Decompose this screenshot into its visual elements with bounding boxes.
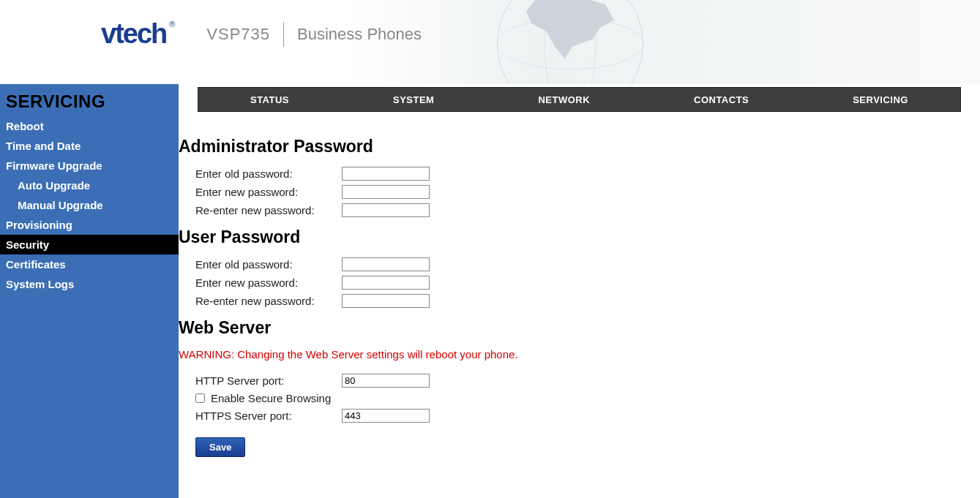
topnav: STATUS SYSTEM NETWORK CONTACTS SERVICING xyxy=(198,87,961,112)
topnav-status[interactable]: STATUS xyxy=(221,94,318,105)
globe-graphic xyxy=(497,0,673,84)
main: STATUS SYSTEM NETWORK CONTACTS SERVICING… xyxy=(179,84,980,498)
user-new-password-input[interactable] xyxy=(342,276,430,290)
https-port-row: HTTPS Server port: xyxy=(195,409,965,423)
https-port-label: HTTPS Server port: xyxy=(195,410,342,422)
section-title-web-server: Web Server xyxy=(179,318,965,338)
sidebar-title: SERVICING xyxy=(0,88,179,116)
user-old-password-input[interactable] xyxy=(342,257,430,271)
sidebar-item-reboot[interactable]: Reboot xyxy=(0,116,179,136)
admin-reenter-password-input[interactable] xyxy=(342,203,430,217)
enable-secure-checkbox[interactable] xyxy=(195,393,205,403)
admin-reenter-password-row: Re-enter new password: xyxy=(195,203,965,217)
admin-old-password-label: Enter old password: xyxy=(195,167,342,180)
topnav-contacts[interactable]: CONTACTS xyxy=(665,94,778,105)
user-new-password-label: Enter new password: xyxy=(195,276,342,289)
brand-text: vtech xyxy=(101,18,166,49)
topnav-servicing[interactable]: SERVICING xyxy=(823,94,938,105)
sidebar-item-system-logs[interactable]: System Logs xyxy=(0,274,179,294)
admin-old-password-input[interactable] xyxy=(342,167,430,181)
brand-logo: vtech® xyxy=(101,18,166,50)
sidebar-item-firmware-upgrade[interactable]: Firmware Upgrade xyxy=(0,156,179,176)
sidebar: SERVICING Reboot Time and Date Firmware … xyxy=(0,84,179,498)
user-old-password-row: Enter old password: xyxy=(195,257,965,271)
user-old-password-label: Enter old password: xyxy=(195,258,342,271)
web-server-warning: WARNING: Changing the Web Server setting… xyxy=(179,348,965,361)
sidebar-item-auto-upgrade[interactable]: Auto Upgrade xyxy=(0,176,179,195)
admin-reenter-password-label: Re-enter new password: xyxy=(195,204,342,216)
user-reenter-password-label: Re-enter new password: xyxy=(195,295,342,307)
registered-icon: ® xyxy=(169,20,173,29)
admin-new-password-input[interactable] xyxy=(342,185,430,199)
topnav-system[interactable]: SYSTEM xyxy=(364,94,463,105)
user-reenter-password-input[interactable] xyxy=(342,294,430,308)
user-reenter-password-row: Re-enter new password: xyxy=(195,294,965,308)
sidebar-item-security[interactable]: Security xyxy=(0,235,179,254)
http-port-label: HTTP Server port: xyxy=(195,374,342,387)
topnav-network[interactable]: NETWORK xyxy=(509,94,619,105)
divider-icon xyxy=(283,22,284,47)
save-button[interactable]: Save xyxy=(195,437,245,457)
http-port-row: HTTP Server port: xyxy=(195,374,965,388)
sidebar-item-manual-upgrade[interactable]: Manual Upgrade xyxy=(0,195,179,215)
tagline-label: Business Phones xyxy=(297,25,422,44)
header: vtech® VSP735 Business Phones xyxy=(0,0,980,84)
enable-secure-row: Enable Secure Browsing xyxy=(195,392,965,404)
admin-old-password-row: Enter old password: xyxy=(195,167,965,181)
sidebar-item-provisioning[interactable]: Provisioning xyxy=(0,215,179,235)
https-port-input[interactable] xyxy=(342,409,430,423)
section-title-user-password: User Password xyxy=(179,227,965,247)
admin-new-password-label: Enter new password: xyxy=(195,186,342,198)
http-port-input[interactable] xyxy=(342,374,430,388)
sidebar-item-time-and-date[interactable]: Time and Date xyxy=(0,136,179,156)
enable-secure-label: Enable Secure Browsing xyxy=(211,392,331,404)
admin-new-password-row: Enter new password: xyxy=(195,185,965,199)
section-title-admin-password: Administrator Password xyxy=(179,137,965,156)
user-new-password-row: Enter new password: xyxy=(195,276,965,290)
sidebar-item-certificates[interactable]: Certificates xyxy=(0,254,179,274)
logo-area: vtech® VSP735 Business Phones xyxy=(101,18,422,50)
model-label: VSP735 xyxy=(206,25,270,44)
